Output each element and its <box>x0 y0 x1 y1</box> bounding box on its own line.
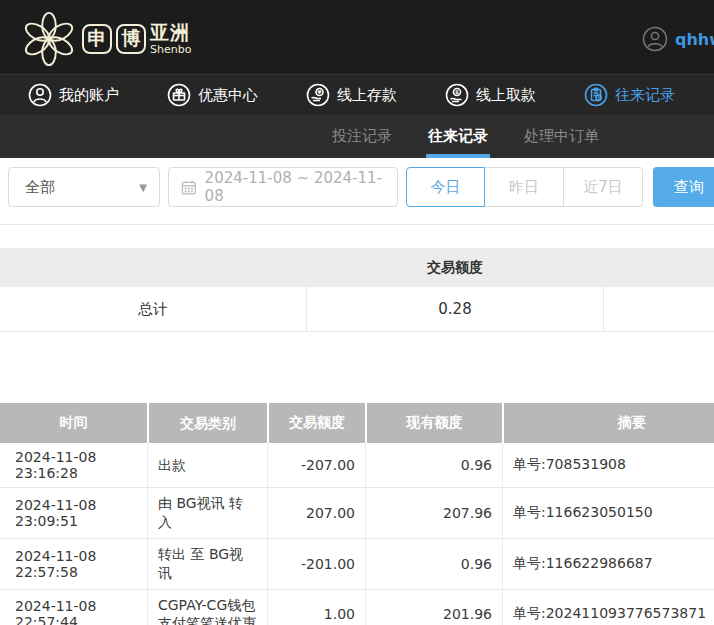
category-select[interactable]: 全部 ▼ <box>8 167 160 207</box>
summary-total-row: 总计 0.28 <box>0 287 714 332</box>
cell-amount: -207.00 <box>267 443 365 487</box>
cell-note: 单号:116622986687 <box>502 539 714 589</box>
summary-total-label: 总计 <box>0 287 306 331</box>
section-divider <box>0 224 714 225</box>
top-header: 申 博 亚洲 Shenbo qhhw <box>0 0 714 74</box>
quick-date-buttons: 今日 昨日 近7日 <box>406 167 643 207</box>
column-header-balance: 现有额度 <box>365 403 502 443</box>
nav-label: 往来记录 <box>615 86 675 105</box>
summary-table: 交易额度 总计 0.28 <box>0 248 714 332</box>
logo-region-text: 亚洲 <box>150 23 191 42</box>
nav-item-promotions[interactable]: 优惠中心 <box>167 83 258 107</box>
nav-label: 我的账户 <box>59 86 119 105</box>
tab-processing-orders[interactable]: 处理中订单 <box>522 115 601 158</box>
site-logo[interactable]: 申 博 亚洲 Shenbo <box>20 10 191 68</box>
logo-subtitle: Shenbo <box>150 44 191 55</box>
chevron-down-icon: ▼ <box>139 182 147 193</box>
summary-header-spacer <box>0 248 306 287</box>
summary-header-row: 交易额度 <box>0 248 714 287</box>
main-nav: 我的账户 优惠中心 ¥ 线上存款 $ 线上取款 <box>0 74 714 115</box>
records-icon <box>584 83 608 107</box>
transactions-table: 时间 交易类别 交易额度 现有额度 摘要 2024-11-08 23:16:28… <box>0 403 714 625</box>
tab-transaction-records[interactable]: 往来记录 <box>426 115 490 158</box>
svg-text:¥: ¥ <box>318 89 322 95</box>
cell-note: 单号:202411093776573871 <box>502 590 714 625</box>
date-range-value: 2024-11-08 ~ 2024-11-08 <box>205 169 385 205</box>
cell-type: CGPAY-CG钱包支付笔笔送优惠 <box>147 590 267 625</box>
nav-item-my-account[interactable]: 我的账户 <box>28 83 119 107</box>
logo-char-bo: 博 <box>116 24 146 54</box>
column-header-type: 交易类别 <box>147 403 267 443</box>
logo-char-shen: 申 <box>82 24 112 54</box>
user-icon <box>28 83 52 107</box>
lotus-flower-icon <box>20 10 78 68</box>
transaction-records-page: { "header": { "logo_shen": "申", "logo_bo… <box>0 0 714 625</box>
table-row: 2024-11-08 23:16:28 出款 -207.00 0.96 单号:7… <box>0 443 714 488</box>
cell-time: 2024-11-08 22:57:44 <box>0 590 147 625</box>
category-select-value: 全部 <box>25 178 55 197</box>
cell-type: 出款 <box>147 443 267 487</box>
filter-toolbar: 全部 ▼ 2024-11-08 ~ 2024-11-08 今日 昨日 近7日 查… <box>0 167 714 207</box>
cell-time: 2024-11-08 23:09:51 <box>0 488 147 538</box>
summary-total-value: 0.28 <box>306 287 604 331</box>
nav-item-deposit[interactable]: ¥ 线上存款 <box>306 83 397 107</box>
cell-amount: 207.00 <box>267 488 365 538</box>
yesterday-button[interactable]: 昨日 <box>485 167 564 207</box>
cell-type: 转出 至 BG视讯 <box>147 539 267 589</box>
cell-time: 2024-11-08 22:57:58 <box>0 539 147 589</box>
gift-icon <box>167 83 191 107</box>
summary-header-label: 交易额度 <box>306 248 604 287</box>
nav-label: 线上取款 <box>476 86 536 105</box>
nav-item-records[interactable]: 往来记录 <box>584 83 675 107</box>
table-header-row: 时间 交易类别 交易额度 现有额度 摘要 <box>0 403 714 443</box>
nav-item-withdraw[interactable]: $ 线上取款 <box>445 83 536 107</box>
column-header-note: 摘要 <box>502 403 714 443</box>
svg-text:$: $ <box>455 89 459 95</box>
cell-note: 单号:116623050150 <box>502 488 714 538</box>
cell-time: 2024-11-08 23:16:28 <box>0 443 147 487</box>
table-row: 2024-11-08 23:09:51 由 BG视讯 转入 207.00 207… <box>0 488 714 539</box>
table-row: 2024-11-08 22:57:58 转出 至 BG视讯 -201.00 0.… <box>0 539 714 590</box>
nav-label: 线上存款 <box>337 86 397 105</box>
date-range-input[interactable]: 2024-11-08 ~ 2024-11-08 <box>168 167 398 207</box>
subnav-tabs: 投注记录 往来记录 处理中订单 <box>0 115 714 158</box>
user-avatar-icon <box>642 26 668 52</box>
cell-balance: 0.96 <box>365 539 502 589</box>
cell-type: 由 BG视讯 转入 <box>147 488 267 538</box>
cell-balance: 207.96 <box>365 488 502 538</box>
cell-amount: -201.00 <box>267 539 365 589</box>
cell-amount: 1.00 <box>267 590 365 625</box>
user-account-area[interactable]: qhhw <box>642 26 714 52</box>
table-row: 2024-11-08 22:57:44 CGPAY-CG钱包支付笔笔送优惠 1.… <box>0 590 714 625</box>
summary-empty-cell <box>604 287 714 331</box>
calendar-icon <box>181 179 197 196</box>
withdraw-icon: $ <box>445 83 469 107</box>
cell-balance: 201.96 <box>365 590 502 625</box>
today-button[interactable]: 今日 <box>406 167 485 207</box>
username-text[interactable]: qhhw <box>675 30 714 49</box>
summary-header-spacer <box>604 248 714 287</box>
logo-region: 亚洲 Shenbo <box>150 23 191 55</box>
deposit-icon: ¥ <box>306 83 330 107</box>
column-header-amount: 交易额度 <box>267 403 365 443</box>
nav-label: 优惠中心 <box>198 86 258 105</box>
column-header-time: 时间 <box>0 403 147 443</box>
search-button[interactable]: 查询 <box>653 167 714 207</box>
last7days-button[interactable]: 近7日 <box>564 167 643 207</box>
tab-betting-records[interactable]: 投注记录 <box>330 115 394 158</box>
cell-balance: 0.96 <box>365 443 502 487</box>
cell-note: 单号:708531908 <box>502 443 714 487</box>
